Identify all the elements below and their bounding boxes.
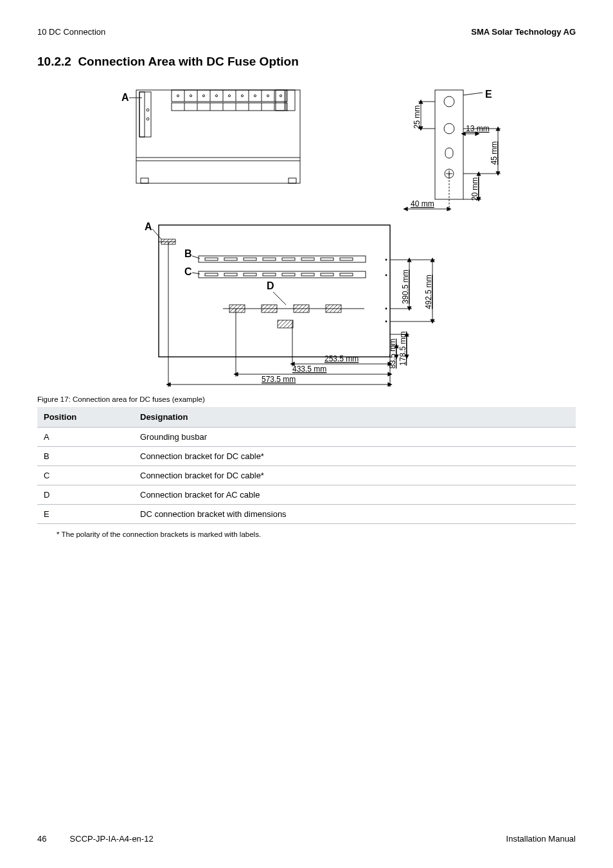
fig-label-a: A [121,92,129,103]
svg-point-15 [190,95,191,96]
svg-rect-68 [321,258,333,260]
cell-pos: C [37,466,134,485]
cell-pos: E [37,505,134,524]
section-title-text: Connection Area with DC Fuse Option [78,55,298,68]
section-number: 10.2.2 [37,55,71,68]
svg-rect-2 [139,92,145,137]
svg-rect-37 [289,178,296,183]
table-row: C Connection bracket for DC cable* [37,466,576,485]
cell-des: Connection bracket for AC cable [134,485,576,505]
svg-point-88 [386,321,387,323]
svg-point-18 [228,95,230,96]
dim-253-5: 253.5 mm [324,354,359,363]
table-row: A Grounding busbar [37,428,576,447]
svg-rect-62 [205,258,218,260]
svg-point-14 [177,95,179,96]
svg-rect-1 [139,92,151,137]
svg-point-3 [147,109,149,111]
header-right: SMA Solar Technology AG [471,27,576,37]
cell-des: Grounding busbar [134,428,576,447]
svg-rect-66 [282,258,295,260]
svg-rect-5 [172,90,287,102]
svg-point-22 [280,95,281,96]
svg-point-16 [202,95,204,96]
svg-rect-82 [294,305,309,312]
svg-rect-72 [224,273,237,276]
cell-pos: B [37,447,134,466]
detail-e: E 25 mm 13 mm 45 mm 40 mm [405,89,501,212]
svg-rect-80 [229,305,245,312]
dim-390-5: 390.5 mm [401,269,410,303]
fig-label-c: C [184,266,192,277]
svg-rect-73 [244,273,256,276]
manual-name: Installation Manual [506,834,576,844]
cell-des: Connection bracket for DC cable* [134,447,576,466]
svg-rect-78 [340,273,353,276]
svg-rect-71 [205,273,218,276]
dim-433-5: 433.5 mm [292,365,326,374]
svg-rect-83 [326,305,341,312]
svg-point-41 [444,123,454,134]
svg-point-87 [386,308,387,310]
figure-wrapper: A E [37,80,576,389]
svg-rect-42 [445,148,453,158]
svg-rect-39 [435,90,463,199]
dim-20mm: 20 mm [470,177,479,201]
table-footnote: * The polarity of the connection bracket… [37,530,576,538]
cell-pos: D [37,485,134,505]
page: 10 DC Connection SMA Solar Technology AG… [0,0,613,868]
svg-rect-69 [340,258,353,260]
svg-point-17 [215,95,217,96]
svg-rect-67 [301,258,314,260]
svg-point-19 [241,95,243,96]
front-view: A [121,90,300,183]
fig-label-e: E [485,89,492,100]
page-header: 10 DC Connection SMA Solar Technology AG [37,27,576,37]
dim-40mm: 40 mm [411,199,434,208]
svg-rect-36 [141,178,148,183]
dim-178-5: 178.5 mm [398,331,407,365]
svg-rect-77 [321,273,333,276]
svg-line-92 [273,292,286,305]
header-left: 10 DC Connection [37,27,105,37]
svg-rect-65 [263,258,276,260]
svg-point-4 [147,118,149,120]
page-footer: 46 SCCP-JP-IA-A4-en-12 Installation Manu… [37,834,576,844]
svg-point-85 [386,259,387,261]
svg-rect-74 [263,273,276,276]
table-row: E DC connection bracket with dimensions [37,505,576,524]
top-view: A B C D 390.5 mm 492.5 mm [145,221,435,387]
dim-83-5: 83.5 mm [388,339,397,369]
svg-point-40 [444,96,454,107]
svg-point-20 [254,95,256,96]
svg-rect-32 [276,90,285,111]
fig-label-b: B [184,248,192,259]
dim-492-5: 492.5 mm [424,275,433,309]
figure-caption: Figure 17: Connection area for DC fuses … [37,395,576,403]
th-position: Position [37,407,134,428]
section-heading: 10.2.2 Connection Area with DC Fuse Opti… [37,55,576,69]
fig-label-d: D [267,280,274,291]
legend-table: Position Designation A Grounding busbar … [37,407,576,524]
fig-label-a2: A [145,221,152,232]
svg-rect-64 [244,258,256,260]
cell-pos: A [37,428,134,447]
table-row: B Connection bracket for DC cable* [37,447,576,466]
dim-573-5: 573.5 mm [262,375,296,384]
cell-des: DC connection bracket with dimensions [134,505,576,524]
svg-rect-63 [224,258,237,260]
svg-rect-23 [172,103,287,111]
svg-rect-75 [282,273,295,276]
table-row: D Connection bracket for AC cable [37,485,576,505]
svg-rect-76 [301,273,314,276]
cell-des: Connection bracket for DC cable* [134,466,576,485]
svg-rect-58 [159,225,390,357]
dim-45mm: 45 mm [490,141,499,165]
th-designation: Designation [134,407,576,428]
svg-rect-84 [278,320,293,328]
page-number: 46 [37,834,46,844]
dim-25mm: 25 mm [413,105,422,129]
svg-line-89 [152,229,161,239]
svg-point-86 [386,275,387,276]
svg-point-21 [267,95,269,96]
